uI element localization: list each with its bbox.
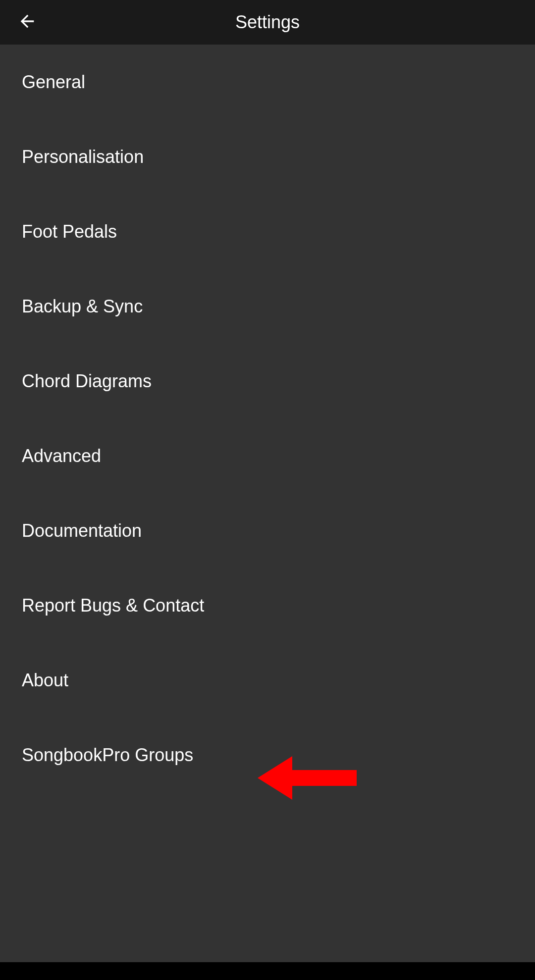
page-title: Settings	[0, 12, 535, 33]
settings-item-report-bugs[interactable]: Report Bugs & Contact	[0, 568, 535, 643]
settings-item-backup-sync[interactable]: Backup & Sync	[0, 269, 535, 344]
settings-item-chord-diagrams[interactable]: Chord Diagrams	[0, 344, 535, 418]
back-button[interactable]	[15, 10, 40, 35]
settings-item-documentation[interactable]: Documentation	[0, 493, 535, 568]
menu-item-label: Personalisation	[22, 147, 144, 167]
settings-menu-list: General Personalisation Foot Pedals Back…	[0, 45, 535, 792]
menu-item-label: General	[22, 72, 85, 93]
menu-item-label: Chord Diagrams	[22, 371, 152, 392]
settings-item-foot-pedals[interactable]: Foot Pedals	[0, 194, 535, 269]
menu-item-label: Backup & Sync	[22, 296, 143, 317]
menu-item-label: Foot Pedals	[22, 221, 117, 242]
menu-item-label: SongbookPro Groups	[22, 745, 193, 766]
settings-item-about[interactable]: About	[0, 643, 535, 718]
menu-item-label: About	[22, 670, 68, 691]
menu-item-label: Advanced	[22, 446, 101, 466]
menu-item-label: Report Bugs & Contact	[22, 595, 204, 616]
settings-item-personalisation[interactable]: Personalisation	[0, 119, 535, 194]
header: Settings	[0, 0, 535, 45]
menu-item-label: Documentation	[22, 520, 142, 541]
bottom-bar	[0, 962, 535, 980]
settings-item-songbookpro-groups[interactable]: SongbookPro Groups	[0, 718, 535, 792]
settings-item-general[interactable]: General	[0, 45, 535, 119]
settings-item-advanced[interactable]: Advanced	[0, 418, 535, 493]
back-arrow-icon	[17, 11, 37, 33]
